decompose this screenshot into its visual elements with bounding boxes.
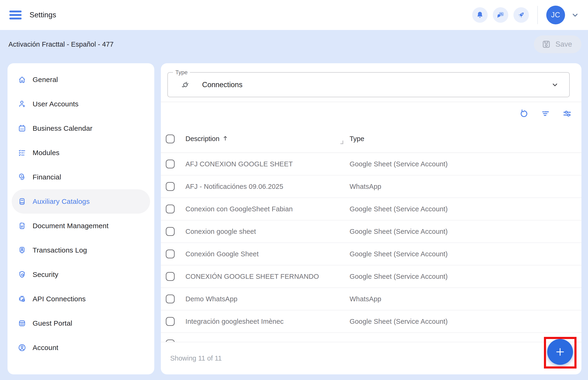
- sidebar-item-label: Guest Portal: [33, 319, 72, 327]
- row-checkbox[interactable]: [166, 160, 175, 169]
- row-checkbox[interactable]: [166, 182, 175, 191]
- row-checkbox[interactable]: [166, 294, 175, 304]
- chip-gear-icon: [18, 294, 26, 304]
- add-connection-button[interactable]: [547, 339, 573, 365]
- row-checkbox[interactable]: [166, 227, 175, 236]
- table-row[interactable]: AFJ CONEXION GOOGLE SHEET Google Sheet (…: [161, 153, 581, 175]
- user-menu-chevron-icon[interactable]: [571, 11, 579, 19]
- row-count-status: Showing 11 of 11: [170, 355, 222, 362]
- sidebar-item-label: Financial: [33, 173, 61, 181]
- row-checkbox[interactable]: [166, 317, 175, 326]
- hamburger-line: [9, 11, 21, 12]
- bell-icon: [476, 11, 484, 19]
- cell-description: Demo WhatsApp: [185, 295, 349, 303]
- sidebar-item-account[interactable]: Account: [12, 336, 150, 360]
- save-button-label: Save: [555, 40, 572, 49]
- table-row[interactable]: Conexion google sheet Google Sheet (Serv…: [161, 220, 581, 243]
- rocket-icon: [517, 11, 526, 19]
- hamburger-menu-button[interactable]: [9, 10, 21, 20]
- svg-text:$: $: [21, 174, 22, 178]
- cell-description: CONEXIÓN GOOGLE SHEET FERNANDO: [185, 273, 349, 280]
- type-select-value: Connections: [202, 81, 243, 89]
- table-row[interactable]: CONEXIÓN GOOGLE SHEET FERNANDO Google Sh…: [161, 266, 581, 288]
- shield-icon: [18, 270, 26, 279]
- sidebar-item-guest-portal[interactable]: Guest Portal: [12, 311, 150, 336]
- page-title: Settings: [30, 11, 56, 19]
- checklist-icon: [18, 148, 26, 157]
- cell-description: Conexion google sheet: [185, 228, 349, 235]
- sidebar-item-transactions-log[interactable]: Transactions Log: [12, 238, 150, 262]
- auxiliary-catalogs-panel: Type Connections: [161, 63, 581, 374]
- table-row-clipped[interactable]: [161, 333, 581, 342]
- sidebar-item-label: Auxiliary Catalogs: [33, 197, 90, 206]
- select-all-checkbox[interactable]: [166, 134, 175, 143]
- user-plus-icon: [18, 100, 26, 109]
- table-toolbar: [161, 102, 581, 125]
- cell-description: Conexión Google Sheet: [185, 250, 349, 258]
- header-left: Settings: [9, 10, 56, 20]
- type-select-label: Type: [173, 69, 190, 76]
- cell-type: Google Sheet (Service Account): [349, 228, 581, 235]
- home-icon: [18, 75, 26, 84]
- row-checkbox[interactable]: [166, 249, 175, 258]
- book-icon: [18, 197, 26, 206]
- sidebar-item-security[interactable]: Security: [12, 262, 150, 287]
- refresh-button[interactable]: [519, 108, 529, 119]
- table-row[interactable]: AFJ - Notificaciónes 09.06.2025 WhatsApp: [161, 175, 581, 198]
- cell-type: Google Sheet (Service Account): [349, 160, 581, 168]
- sidebar-item-auxiliary-catalogs[interactable]: Auxiliary Catalogs: [12, 189, 150, 214]
- whats-new-button[interactable]: [513, 7, 529, 23]
- sidebar-item-user-accounts[interactable]: User Accounts: [12, 92, 150, 116]
- cell-description: AFJ - Notificaciónes 09.06.2025: [185, 183, 349, 190]
- cell-description: Conexion con GoogleSheet Fabian: [185, 205, 349, 213]
- sidebar-item-label: Document Management: [33, 222, 109, 230]
- app-root: Settings: [0, 0, 588, 380]
- sidebar-item-label: Modules: [33, 149, 60, 157]
- row-checkbox[interactable]: [166, 340, 175, 342]
- sidebar-item-modules[interactable]: Modules: [12, 141, 150, 165]
- sub-header: Activación Fracttal - Español - 477 Save: [0, 30, 588, 58]
- table-row[interactable]: Integración googlesheet Imènec Google Sh…: [161, 310, 581, 333]
- header-divider: [537, 6, 538, 24]
- chevron-down-icon: [551, 81, 559, 89]
- table-row[interactable]: Conexion con GoogleSheet Fabian Google S…: [161, 198, 581, 220]
- chat-sparkles-icon: [496, 11, 505, 19]
- ai-chat-button[interactable]: [493, 7, 508, 23]
- sidebar-item-financial[interactable]: $ Financial: [12, 165, 150, 189]
- save-button[interactable]: Save: [534, 35, 581, 53]
- table-row[interactable]: Demo WhatsApp WhatsApp: [161, 288, 581, 310]
- cell-type: WhatsApp: [349, 295, 581, 303]
- sidebar-item-general[interactable]: General: [12, 67, 150, 92]
- sidebar-item-label: Account: [33, 344, 58, 352]
- cell-type: Google Sheet (Service Account): [349, 205, 581, 213]
- column-settings-button[interactable]: [562, 108, 572, 119]
- table-footer: Showing 11 of 11: [161, 342, 581, 374]
- cell-description: AFJ CONEXION GOOGLE SHEET: [185, 160, 349, 168]
- floppy-disk-icon: [541, 39, 551, 49]
- column-header-description[interactable]: Description: [185, 135, 349, 143]
- breadcrumb: Activación Fracttal - Español - 477: [8, 40, 114, 48]
- column-header-label: Description: [185, 135, 220, 143]
- sidebar-item-api-connections[interactable]: API Connections: [12, 287, 150, 311]
- top-header: Settings: [0, 0, 588, 30]
- hamburger-line: [9, 18, 21, 19]
- notifications-button[interactable]: [472, 7, 488, 23]
- row-checkbox[interactable]: [166, 272, 175, 281]
- row-checkbox[interactable]: [166, 205, 175, 213]
- filter-button[interactable]: [540, 108, 551, 119]
- type-select[interactable]: Type Connections: [167, 72, 570, 97]
- sidebar-item-label: General: [33, 76, 58, 84]
- sort-ascending-icon: [222, 135, 229, 142]
- content-area: General User Accounts: [0, 58, 588, 380]
- column-header-type[interactable]: Type: [349, 135, 581, 143]
- dollar-coin-icon: $: [18, 173, 26, 182]
- user-avatar[interactable]: JC: [546, 6, 565, 24]
- table-row[interactable]: Conexión Google Sheet Google Sheet (Serv…: [161, 243, 581, 266]
- table-header-row: Description Type: [161, 125, 581, 153]
- person-circle-icon: [18, 343, 26, 352]
- sidebar-item-business-calendar[interactable]: Business Calendar: [12, 116, 150, 141]
- column-header-label: Type: [349, 135, 364, 143]
- column-resize-handle[interactable]: [340, 141, 343, 144]
- cell-description: Integración googlesheet Imènec: [185, 318, 349, 325]
- sidebar-item-document-management[interactable]: Document Management: [12, 214, 150, 238]
